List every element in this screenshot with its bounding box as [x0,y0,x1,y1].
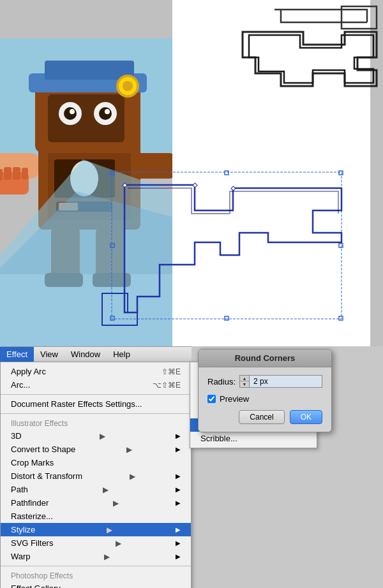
cancel-button[interactable]: Cancel [239,410,284,424]
separator-2 [1,413,191,414]
preview-checkbox[interactable] [207,395,216,403]
preview-row: Preview [207,394,322,404]
radius-spinner[interactable]: ▲ ▼ [240,376,250,387]
svg-point-10 [99,107,112,120]
svg-point-11 [70,109,75,114]
svg-rect-23 [13,167,20,180]
effect-dropdown-menu: Apply Arc ⇧⌘E Arc... ⌥⇧⌘E Document Raste… [0,362,192,588]
svg-rect-24 [22,168,28,179]
menu-distort-transform[interactable]: Distort & Transform ▶ [1,469,191,483]
round-corners-dialog: Round Corners Radius: ▲ ▼ 2 px Preview C… [198,349,332,432]
menu-help[interactable]: Help [107,347,137,362]
canvas-area [0,0,383,346]
separator-3 [1,566,191,566]
svg-point-9 [64,107,77,120]
menu-document-raster[interactable]: Document Raster Effects Settings... [1,397,191,411]
svg-point-17 [123,81,133,91]
menu-effect-gallery[interactable]: Effect Gallery... [1,582,191,588]
menu-effect[interactable]: Effect [0,347,34,362]
menu-rasterize[interactable]: Rasterize... [1,510,191,523]
preview-label: Preview [220,394,249,404]
menu-apply-arc[interactable]: Apply Arc ⇧⌘E [1,365,191,378]
menu-svg-filters[interactable]: SVG Filters ▶ [1,536,191,550]
menu-stylize[interactable]: Stylize ▶ [1,523,191,536]
menubar: Effect View Window Help [0,346,192,362]
radius-row: Radius: ▲ ▼ 2 px [207,375,322,388]
svg-rect-22 [4,167,11,180]
illustration [0,0,172,346]
submenu-scribble[interactable]: Scribble... [190,432,317,445]
photoshop-effects-header: Photoshop Effects [1,569,191,582]
menu-arc[interactable]: Arc... ⌥⇧⌘E [1,378,191,392]
menu-view[interactable]: View [34,347,64,362]
menu-3d[interactable]: 3D ▶ [1,429,191,443]
spinner-up-button[interactable]: ▲ [240,376,249,381]
menu-window[interactable]: Window [64,347,107,362]
dialog-body: Radius: ▲ ▼ 2 px Preview Cancel OK [199,367,331,432]
radius-input-group: ▲ ▼ 2 px [239,375,322,388]
svg-rect-21 [0,169,3,180]
menu-pathfinder[interactable]: Pathfinder ▶ [1,496,191,510]
separator-1 [1,394,191,395]
svg-rect-19 [134,153,172,179]
menu-path[interactable]: Path ▶ [1,483,191,496]
menu-crop-marks[interactable]: Crop Marks [1,456,191,469]
menu-convert-to-shape[interactable]: Convert to Shape ▶ [1,443,191,456]
illustrator-effects-header: Illustrator Effects [1,416,191,429]
svg-point-12 [105,109,110,114]
radius-value[interactable]: 2 px [250,376,322,387]
menu-warp[interactable]: Warp ▶ [1,550,191,563]
spinner-down-button[interactable]: ▼ [240,381,249,387]
dialog-title: Round Corners [199,349,331,367]
svg-rect-14 [45,61,134,80]
dialog-buttons: Cancel OK [207,410,322,424]
ok-button[interactable]: OK [290,410,322,424]
radius-label: Radius: [207,377,236,386]
